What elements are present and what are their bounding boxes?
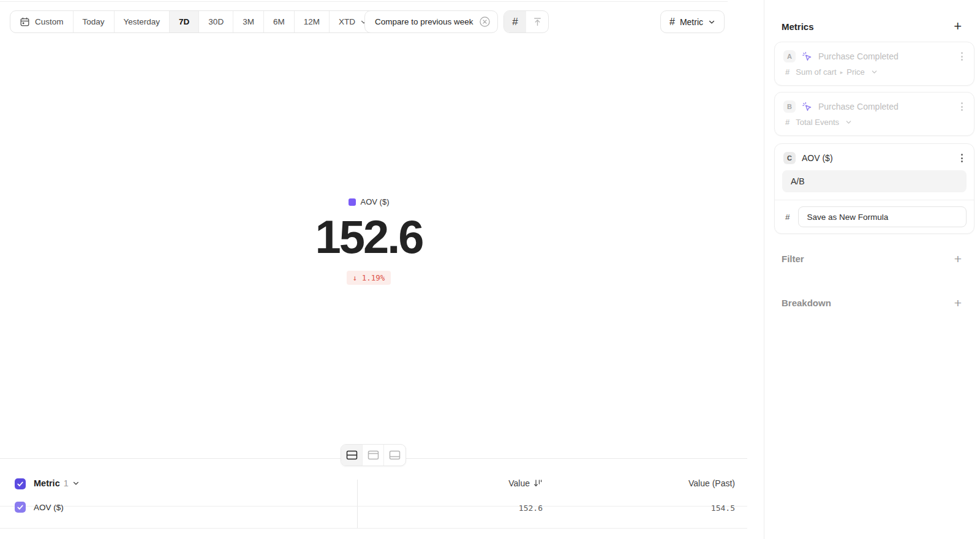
measure-label: Sum of cart — [796, 67, 836, 77]
metric-card-title: Purchase Completed — [818, 51, 954, 61]
metric-badge-c: C — [783, 152, 796, 164]
event-cursor-click-icon — [802, 51, 812, 62]
save-as-new-formula-button[interactable]: Save as New Formula — [798, 206, 967, 227]
legend-swatch-purple — [349, 198, 356, 206]
remove-comparison-icon[interactable] — [479, 16, 491, 28]
date-range-7d[interactable]: 7D — [170, 11, 199, 32]
breakdown-title: Breakdown — [782, 298, 831, 308]
metric-card-b[interactable]: B Purchase Completed # Total Events — [774, 92, 974, 136]
delta-percent-badge: ↓ 1.19% — [347, 271, 391, 285]
measure-selector[interactable]: # Total Events — [775, 113, 974, 135]
goal-view-toggle[interactable] — [526, 11, 548, 32]
metrics-title: Metrics — [782, 21, 814, 32]
layout-switcher — [341, 444, 406, 466]
date-range-6m[interactable]: 6M — [264, 11, 295, 32]
metric-card-title: AOV ($) — [802, 153, 954, 163]
add-filter-button[interactable]: + — [954, 252, 962, 265]
metric-count: 1 — [64, 478, 69, 488]
top-panel-icon — [368, 450, 379, 460]
number-view-toggle[interactable]: # — [504, 11, 526, 32]
legend-label: AOV ($) — [361, 197, 390, 206]
kebab-menu-icon[interactable] — [960, 153, 964, 164]
sort-descending-icon[interactable] — [533, 479, 543, 488]
chart-legend: AOV ($) — [0, 197, 737, 206]
main-card-top-edge — [0, 1, 728, 2]
date-range-yesterday[interactable]: Yesterday — [115, 11, 170, 32]
number-type-icon: # — [785, 118, 790, 127]
table-row-metric-name: AOV ($) — [34, 503, 64, 512]
metric-card-c-formula[interactable]: C AOV ($) A/B # Save as New Formula — [774, 143, 974, 234]
metric-badge-b: B — [783, 100, 796, 113]
date-range-segmented-control: Custom Today Yesterday 7D 30D 3M 6M 12M … — [10, 10, 377, 33]
date-range-3m[interactable]: 3M — [233, 11, 264, 32]
date-range-today[interactable]: Today — [74, 11, 115, 32]
table-row-divider — [0, 528, 747, 529]
metric-header-checkbox[interactable] — [15, 478, 26, 489]
date-range-label: Custom — [35, 17, 64, 26]
check-icon — [17, 503, 24, 511]
chevron-down-icon — [871, 69, 878, 75]
goal-arrow-up-icon — [532, 16, 543, 28]
query-builder-sidebar: Metrics + A Purchase Completed # Sum of … — [764, 0, 980, 539]
metric-button-label: Metric — [680, 17, 703, 27]
value-past-column-header[interactable]: Value (Past) — [543, 478, 735, 488]
date-range-custom[interactable]: Custom — [10, 11, 74, 32]
metric-dropdown-button[interactable]: # Metric — [660, 10, 725, 33]
metric-card-a[interactable]: A Purchase Completed # Sum of cart ▸ Pri… — [774, 42, 974, 86]
split-view-icon — [346, 450, 358, 460]
bottom-panel-icon — [389, 450, 401, 460]
metric-card-title: Purchase Completed — [818, 102, 954, 111]
date-range-12m[interactable]: 12M — [295, 11, 330, 32]
table-row-value-past: 154.5 — [543, 503, 735, 513]
metrics-section-header: Metrics + — [782, 20, 962, 33]
aov-row-checkbox[interactable] — [15, 502, 26, 513]
caret-right-icon: ▸ — [840, 69, 843, 75]
metric-badge-a: A — [783, 50, 796, 62]
table-only-view-button[interactable] — [384, 445, 405, 466]
metric-column-header[interactable]: Metric 1 — [34, 478, 80, 488]
check-icon — [17, 480, 24, 488]
chevron-down-icon — [72, 480, 80, 487]
big-number-chart: AOV ($) 152.6 ↓ 1.19% — [0, 197, 737, 285]
compare-chip-label: Compare to previous week — [375, 17, 473, 26]
metric-label: Metric — [34, 478, 60, 488]
filter-section-header: Filter + — [782, 252, 962, 265]
filter-title: Filter — [782, 254, 804, 264]
measure-selector[interactable]: # Sum of cart ▸ Price — [775, 62, 974, 85]
value-column-header[interactable]: Value — [357, 478, 543, 488]
table-row-value: 152.6 — [357, 503, 543, 513]
hash-icon: # — [512, 16, 518, 28]
formula-input[interactable]: A/B — [782, 170, 967, 192]
event-cursor-click-icon — [802, 102, 812, 112]
date-range-30d[interactable]: 30D — [199, 11, 233, 32]
metric-big-number: 152.6 — [0, 214, 737, 260]
measure-label: Total Events — [796, 118, 839, 127]
split-view-button[interactable] — [341, 445, 363, 466]
number-type-icon: # — [785, 67, 790, 77]
chevron-down-icon — [845, 119, 852, 126]
add-metric-button[interactable]: + — [954, 20, 962, 33]
hash-icon: # — [669, 17, 675, 28]
chart-only-view-button[interactable] — [363, 445, 384, 466]
chevron-down-icon — [708, 18, 715, 26]
compare-to-previous-week-chip[interactable]: Compare to previous week — [364, 10, 498, 33]
value-goal-toggle: # — [503, 10, 549, 33]
number-type-icon: # — [785, 213, 790, 222]
calendar-icon — [20, 17, 30, 27]
kebab-menu-icon[interactable] — [960, 101, 964, 112]
measure-property: Price — [846, 67, 865, 77]
add-breakdown-button[interactable]: + — [954, 296, 962, 309]
formula-value: A/B — [791, 176, 805, 186]
breakdown-section-header: Breakdown + — [782, 296, 962, 309]
kebab-menu-icon[interactable] — [960, 51, 964, 62]
